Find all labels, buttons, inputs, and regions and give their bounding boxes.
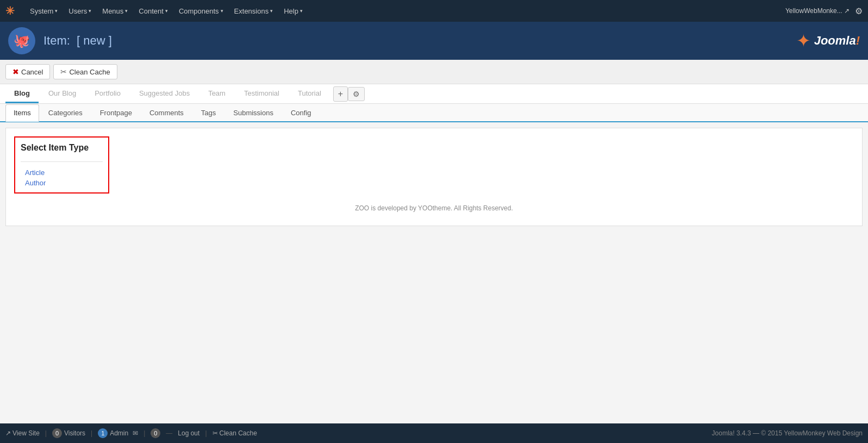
menus-arrow-icon: ▾: [125, 8, 128, 14]
item-type-article[interactable]: Article: [25, 169, 103, 177]
joomla-logo-icon: ✦: [796, 30, 811, 51]
nav-users[interactable]: Users ▾: [64, 5, 96, 17]
settings-icon[interactable]: ⚙: [855, 6, 863, 16]
app-tab-portfolio[interactable]: Portfolio: [86, 85, 129, 103]
external-link-icon: ↗: [5, 429, 11, 437]
components-arrow-icon: ▾: [221, 8, 223, 14]
header-logo: ✦ Joomla!: [796, 30, 860, 51]
app-tab-suggestedjobs[interactable]: Suggested Jobs: [130, 85, 198, 103]
sub-tab-items[interactable]: Items: [5, 104, 39, 122]
app-tab-team[interactable]: Team: [199, 85, 234, 103]
footer-left: ↗ View Site | 0 Visitors | 1 Admin ✉ | 0…: [5, 428, 257, 438]
nav-brand: ✳: [5, 4, 18, 17]
content-panel: Select Item Type Article Author ZOO is d…: [5, 128, 863, 226]
sub-tab-tags[interactable]: Tags: [193, 104, 224, 121]
header-bar: 🐙 Item: [ new ] ✦ Joomla!: [0, 22, 868, 60]
system-arrow-icon: ▾: [55, 8, 58, 14]
extensions-arrow-icon: ▾: [270, 8, 273, 14]
cancel-icon: ✖: [13, 67, 19, 76]
main-content: Select Item Type Article Author ZOO is d…: [0, 122, 868, 423]
nav-content[interactable]: Content ▾: [134, 5, 172, 17]
nav-components[interactable]: Components ▾: [174, 5, 228, 17]
help-arrow-icon: ▾: [300, 8, 303, 14]
footer-bar: ↗ View Site | 0 Visitors | 1 Admin ✉ | 0…: [0, 423, 868, 443]
nav-system[interactable]: System ▾: [26, 5, 62, 17]
app-tabs: Blog Our Blog Portfolio Suggested Jobs T…: [0, 84, 868, 104]
sub-tab-categories[interactable]: Categories: [40, 104, 91, 121]
logout-button[interactable]: Log out: [178, 429, 199, 437]
type-divider: [21, 161, 103, 162]
admin-count: 1 Admin ✉: [98, 428, 138, 438]
clean-cache-button[interactable]: ✂ Clean Cache: [53, 64, 117, 79]
nav-extensions[interactable]: Extensions ▾: [230, 5, 278, 17]
sub-tab-config[interactable]: Config: [283, 104, 320, 121]
joomla-logo: ✦ Joomla!: [796, 30, 860, 51]
clean-cache-icon: ✂: [60, 67, 67, 76]
app-tab-testimonial[interactable]: Testimonial: [235, 85, 288, 103]
nav-right: YellowWebMonke... ↗ ⚙: [785, 6, 863, 16]
sub-tabs: Items Categories Frontpage Comments Tags…: [0, 104, 868, 122]
item-type-links: Article Author: [21, 169, 103, 187]
footer-right: Joomla! 3.4.3 — © 2015 YellowMonkey Web …: [712, 429, 863, 437]
toolbar: ✖ Cancel ✂ Clean Cache: [0, 60, 868, 84]
visitors-count: 0 Visitors: [52, 428, 85, 438]
nav-help[interactable]: Help ▾: [279, 5, 307, 17]
add-tab-button[interactable]: +: [333, 86, 348, 102]
content-arrow-icon: ▾: [165, 8, 168, 14]
sub-tab-comments[interactable]: Comments: [141, 104, 192, 121]
nav-left: ✳ System ▾ Users ▾ Menus ▾ Content ▾ Com…: [5, 4, 307, 17]
msg-count: 0: [151, 428, 160, 438]
envelope-icon: ✉: [133, 429, 138, 437]
page-title: Item: [ new ]: [43, 34, 112, 48]
app-tab-blog[interactable]: Blog: [5, 85, 39, 103]
top-navbar: ✳ System ▾ Users ▾ Menus ▾ Content ▾ Com…: [0, 0, 868, 22]
view-site-link[interactable]: ↗ View Site: [5, 429, 40, 437]
app-icon: 🐙: [8, 27, 35, 54]
footer-clean-cache-button[interactable]: ✂ Clean Cache: [213, 429, 257, 437]
users-arrow-icon: ▾: [89, 8, 91, 14]
joomla-logo-text: Joomla!: [814, 34, 860, 48]
select-item-type-title: Select Item Type: [21, 143, 103, 153]
tab-settings-icon[interactable]: ⚙: [348, 87, 365, 101]
cancel-button[interactable]: ✖ Cancel: [5, 64, 50, 79]
sub-tab-frontpage[interactable]: Frontpage: [92, 104, 140, 121]
select-item-type-box: Select Item Type Article Author: [14, 136, 109, 194]
sub-tab-submissions[interactable]: Submissions: [225, 104, 282, 121]
footer-clean-cache-icon: ✂: [213, 429, 218, 437]
app-tab-ourblog[interactable]: Our Blog: [40, 85, 85, 103]
app-tab-tutorial[interactable]: Tutorial: [289, 85, 330, 103]
item-type-author[interactable]: Author: [25, 179, 103, 187]
user-menu[interactable]: YellowWebMonke... ↗: [785, 7, 850, 15]
footer-credit: ZOO is developed by YOOtheme. All Rights…: [14, 199, 854, 217]
nav-menus[interactable]: Menus ▾: [98, 5, 132, 17]
